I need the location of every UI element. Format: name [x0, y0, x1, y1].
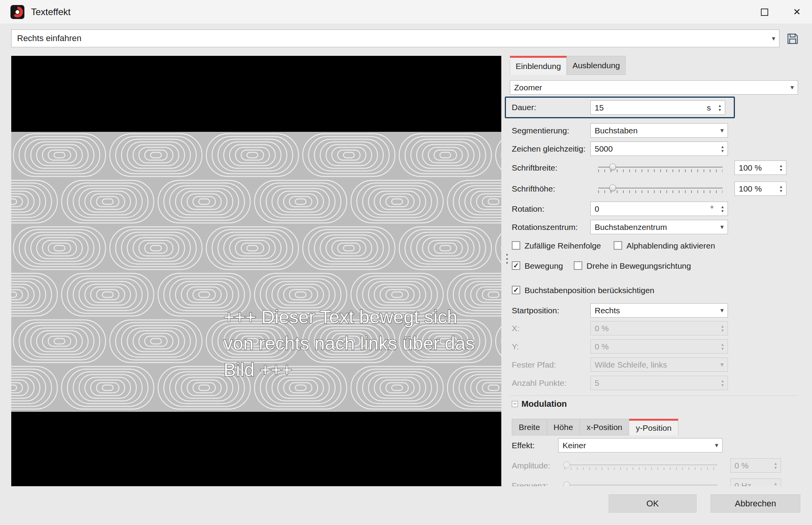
spinner-down-icon[interactable]: ▾: [721, 209, 724, 213]
fester-pfad-label: Fester Pfad:: [512, 357, 556, 372]
fester-pfad-value: Wilde Schleife, links: [595, 358, 667, 371]
schrifthoehe-spinner[interactable]: ▴▾: [777, 182, 785, 195]
overlay-line-3: Bild +++: [224, 357, 475, 383]
ok-button[interactable]: OK: [609, 494, 697, 513]
spinner-down-icon: ▾: [774, 486, 777, 487]
drehe-label: Drehe in Bewegungsrichtung: [587, 261, 691, 271]
alphablending-checkbox[interactable]: ✓: [614, 241, 622, 250]
x-input: 0 % ▴▾: [590, 321, 728, 335]
schriftbreite-value-input[interactable]: 100 % ▴▾: [735, 161, 786, 175]
amplitude-slider: [564, 458, 717, 473]
startposition-value: Rechts: [595, 304, 620, 317]
amplitude-value: 0 %: [735, 459, 748, 472]
tab-einblendung[interactable]: Einblendung: [510, 56, 567, 75]
frequenz-spinner: ▴▾: [771, 479, 780, 486]
slider-handle: [563, 461, 570, 468]
schriftbreite-value: 100 %: [739, 161, 762, 174]
maximize-button[interactable]: [755, 0, 774, 24]
frequenz-value-input: 0 Hz ▴▾: [730, 478, 781, 486]
chevron-down-icon: ▾: [790, 81, 794, 94]
slider-ticks: [598, 169, 723, 172]
zufaellige-reihenfolge-checkbox[interactable]: ✓: [512, 241, 520, 250]
anzahl-punkte-spinner: ▴▾: [718, 376, 727, 389]
tab-ausblendung[interactable]: Ausblendung: [567, 56, 626, 75]
slider-track[interactable]: [598, 167, 723, 168]
schrifthoehe-label: Schrifthöhe:: [512, 181, 555, 196]
chevron-down-icon: ▾: [720, 304, 724, 317]
titlebar: Texteffekt ✕: [0, 0, 812, 24]
schriftbreite-slider[interactable]: [598, 161, 723, 175]
effect-select-value: Zoomer: [514, 81, 542, 94]
panel-splitter[interactable]: ⋮: [501, 256, 513, 261]
startposition-select[interactable]: Rechts ▾: [590, 303, 728, 318]
overlay-line-2: von rechts nach links über das: [224, 330, 475, 357]
chevron-down-icon: ▾: [715, 439, 718, 452]
dauer-input[interactable]: 15 s ▴▾: [590, 100, 725, 115]
bewegung-checkbox[interactable]: ✓: [512, 261, 520, 270]
rotationszentrum-select[interactable]: Buchstabenzentrum ▾: [590, 220, 728, 234]
buchstabenposition-label: Buchstabenposition berücksichtigen: [525, 285, 654, 295]
collapse-toggle[interactable]: −: [512, 401, 518, 407]
segmentierung-label: Segmentierung:: [512, 123, 569, 138]
spinner-down-icon[interactable]: ▾: [721, 149, 724, 153]
cancel-button[interactable]: Abbrechen: [710, 494, 800, 513]
anzahl-punkte-input: 5 ▴▾: [590, 376, 728, 390]
spinner-down-icon[interactable]: ▾: [780, 168, 782, 172]
preview-overlay-text[interactable]: +++ Dieser Text bewegt sich von rechts n…: [224, 304, 475, 383]
frequenz-slider: [564, 478, 717, 486]
spinner-down-icon: ▾: [721, 383, 724, 387]
tab-x-position[interactable]: x-Position: [580, 419, 629, 435]
section-divider: [510, 395, 798, 396]
modulation-effekt-select[interactable]: Keiner ▾: [558, 438, 723, 452]
slider-track: [564, 465, 717, 465]
x-label: X:: [512, 321, 520, 335]
buchstabenposition-checkbox[interactable]: ✓: [512, 286, 520, 294]
effect-select[interactable]: Zoomer ▾: [510, 80, 798, 95]
chevron-down-icon: ▾: [720, 358, 724, 371]
fester-pfad-select: Wilde Schleife, links ▾: [590, 357, 728, 372]
tab-breite[interactable]: Breite: [512, 419, 547, 435]
preset-select[interactable]: Rechts einfahren ▾: [11, 29, 779, 47]
frequenz-value: 0 Hz: [735, 479, 751, 486]
dauer-value: 15: [595, 101, 604, 114]
tab-hoehe[interactable]: Höhe: [547, 419, 580, 435]
spinner-down-icon[interactable]: ▾: [719, 108, 721, 112]
save-preset-button[interactable]: [784, 30, 802, 48]
dauer-spinner[interactable]: ▴▾: [716, 101, 724, 114]
schrifthoehe-value-input[interactable]: 100 % ▴▾: [735, 181, 786, 196]
zeichen-label: Zeichen gleichzeitig:: [512, 142, 585, 156]
maximize-icon: [761, 9, 768, 16]
rotation-input[interactable]: 0 ° ▴▾: [590, 202, 728, 216]
alphablending-label: Alphablending aktivieren: [626, 241, 715, 250]
check-icon: ✓: [513, 286, 519, 294]
slider-handle[interactable]: [609, 185, 616, 191]
segmentierung-select[interactable]: Buchstaben ▾: [590, 123, 728, 138]
modulation-section-title: Modulation: [521, 399, 567, 409]
save-icon: [786, 32, 799, 45]
zeichen-input[interactable]: 5000 ▴▾: [590, 142, 728, 156]
bewegung-label: Bewegung: [525, 261, 563, 271]
rotation-spinner[interactable]: ▴▾: [718, 202, 727, 215]
preview-area: +++ Dieser Text bewegt sich von rechts n…: [11, 56, 501, 486]
tab-y-position[interactable]: y-Position: [629, 419, 678, 435]
slider-handle[interactable]: [609, 164, 616, 170]
x-value: 0 %: [595, 321, 609, 335]
spinner-down-icon[interactable]: ▾: [780, 189, 782, 193]
schrifthoehe-slider[interactable]: [598, 181, 723, 196]
chevron-down-icon: ▾: [720, 124, 724, 137]
slider-ticks: [598, 190, 723, 193]
drehe-checkbox[interactable]: ✓: [574, 261, 582, 270]
close-button[interactable]: ✕: [787, 0, 807, 24]
modulation-tabs: Breite Höhe x-Position y-Position: [512, 419, 678, 435]
slider-handle: [563, 482, 570, 486]
amplitude-label: Amplitude:: [512, 458, 550, 473]
frequenz-label: Frequenz:: [512, 478, 549, 486]
y-input: 0 % ▴▾: [590, 339, 728, 354]
slider-track[interactable]: [598, 188, 723, 188]
slider-ticks: [564, 467, 717, 470]
spinner-down-icon: ▾: [774, 466, 777, 470]
schriftbreite-spinner[interactable]: ▴▾: [777, 161, 785, 174]
anzahl-punkte-label: Anzahl Punkte:: [512, 376, 566, 390]
zeichen-spinner[interactable]: ▴▾: [718, 142, 727, 155]
rotation-value: 0: [595, 202, 599, 216]
